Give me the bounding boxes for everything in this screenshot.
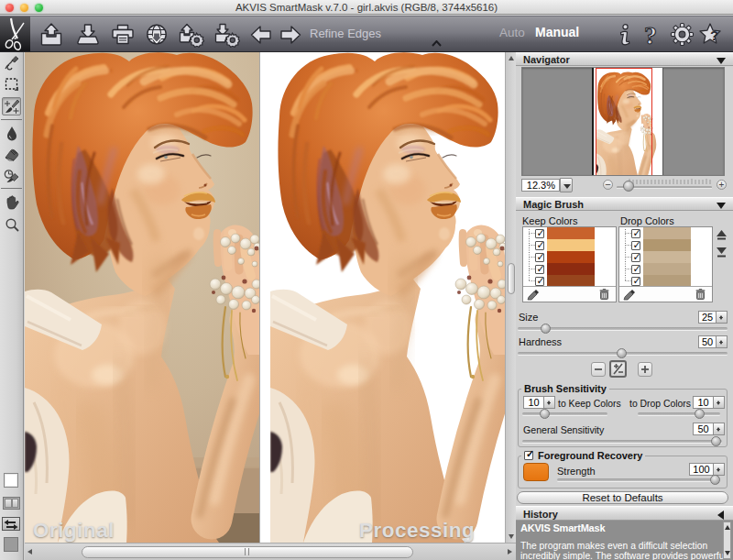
svg-text:?: ? [710, 27, 718, 43]
svg-text:?: ? [644, 23, 657, 47]
